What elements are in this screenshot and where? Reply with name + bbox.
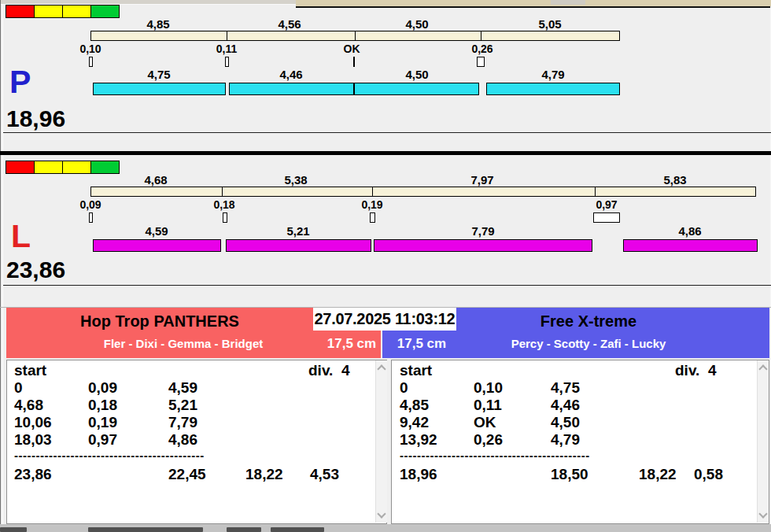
p-total-time: 18,96	[6, 107, 65, 131]
lane-letter-l: L	[11, 220, 31, 253]
l-crossing-tick	[223, 212, 227, 223]
start-lights-p	[6, 5, 120, 18]
l-crossing-tick	[89, 212, 93, 223]
p-dog-bar	[229, 83, 354, 95]
table-cell: 7,79	[168, 415, 197, 430]
bottom-clipped-text	[0, 527, 27, 532]
p-split-label: 5,05	[515, 18, 585, 30]
l-split-divider	[595, 187, 596, 197]
right-table-start-header: start	[400, 363, 432, 378]
table-cell: 4,86	[168, 432, 197, 447]
p-crossing-tick-ok	[353, 57, 355, 67]
light-yellow1-icon	[34, 161, 63, 174]
p-dog-bar	[93, 83, 226, 95]
table-cell: 0	[14, 380, 23, 395]
bottom-clipped-text	[271, 527, 324, 532]
p-underline	[3, 132, 771, 133]
l-split-label: 7,97	[447, 174, 518, 186]
l-dog-bar	[226, 239, 371, 252]
table-cell: 13,92	[400, 432, 437, 447]
table-cell: 4,79	[551, 432, 580, 447]
left-total-best: 18,22	[245, 467, 283, 482]
table-cell: 0	[400, 380, 408, 395]
table-cell: 0,09	[88, 380, 117, 395]
light-yellow2-icon	[62, 5, 91, 18]
table-cell: 0,97	[88, 432, 117, 447]
right-total-time: 18,96	[400, 467, 437, 482]
right-total-best: 18,22	[639, 467, 677, 482]
scroll-down-icon[interactable]	[758, 509, 767, 518]
right-table-division: div. 4	[675, 363, 727, 378]
l-dog-time-label: 4,59	[121, 225, 192, 237]
l-dog-bar	[623, 239, 758, 252]
p-split-divider	[227, 31, 227, 41]
left-team-name: Hop Trop PANTHERS	[6, 313, 313, 329]
l-split-label: 5,83	[640, 174, 710, 186]
table-cell: 4,59	[168, 380, 197, 395]
lane-letter-p: P	[9, 66, 31, 98]
scroll-up-icon[interactable]	[377, 364, 386, 373]
left-jump-height: 17,5 cm	[318, 337, 386, 350]
table-cell: 0,10	[474, 380, 503, 395]
l-split-label: 5,38	[260, 174, 331, 186]
table-cell: OK	[474, 415, 496, 430]
right-team-members: Percy - Scotty - Zafi - Lucky	[439, 338, 738, 349]
l-dog-bar	[374, 239, 592, 252]
p-split-label: 4,50	[382, 18, 452, 30]
table-cell: 9,42	[400, 415, 429, 430]
left-total-diff: 4,53	[310, 467, 339, 482]
scroll-up-icon[interactable]	[758, 364, 767, 373]
table-cell: 4,46	[551, 397, 580, 412]
left-table-separator: ----------------------------------------…	[14, 449, 205, 461]
lane-divider	[0, 151, 771, 155]
p-dog-time-label: 4,79	[518, 68, 588, 80]
l-underline	[3, 285, 771, 286]
p-crossing-label: 0,26	[455, 43, 510, 54]
scroll-down-icon[interactable]	[377, 509, 386, 518]
table-cell: 10,06	[14, 415, 52, 430]
light-yellow2-icon	[62, 161, 91, 174]
p-crossing-label: OK	[324, 43, 379, 54]
window-border-left-highlight	[2, 4, 3, 524]
left-team-members: Fler - Dixi - Gemma - Bridget	[6, 338, 360, 349]
p-crossing-label: 0,10	[63, 43, 118, 54]
results-listbox-right[interactable]	[391, 360, 769, 524]
datetime-text: 27.07.2025 11:03:12	[315, 310, 456, 328]
right-team-name: Free X-treme	[439, 313, 738, 329]
left-table-start-header: start	[14, 363, 46, 378]
l-total-time: 23,86	[6, 258, 65, 282]
l-crossing-tick	[370, 212, 375, 223]
p-dog-time-label: 4,75	[124, 68, 194, 80]
right-total-clean: 18,50	[551, 467, 588, 482]
light-green-icon	[90, 161, 120, 174]
light-red-icon	[6, 5, 35, 18]
table-cell: 0,11	[474, 397, 502, 412]
p-split-label: 4,56	[254, 18, 325, 30]
l-split-bar	[90, 187, 756, 197]
bottom-clipped-text	[227, 527, 261, 532]
right-table-scrollbar[interactable]	[757, 360, 769, 523]
table-cell: 0,18	[88, 397, 117, 412]
l-dog-time-label: 4,86	[655, 225, 725, 237]
l-crossing-label: 0,18	[197, 199, 252, 210]
table-cell: 4,50	[551, 415, 580, 430]
left-table-scrollbar[interactable]	[375, 360, 387, 523]
p-split-divider	[481, 31, 481, 41]
p-dog-bar	[486, 83, 620, 95]
l-crossing-label: 0,97	[579, 199, 634, 210]
light-yellow1-icon	[34, 5, 63, 18]
table-cell: 4,85	[400, 397, 429, 412]
top-window-edge-right	[296, 0, 771, 8]
p-crossing-tick	[225, 57, 229, 67]
p-dog-bar	[354, 83, 479, 95]
left-total-clean: 22,45	[168, 467, 206, 482]
right-table-separator: ----------------------------------------…	[400, 449, 590, 461]
p-split-label: 4,85	[123, 18, 194, 30]
left-total-time: 23,86	[14, 467, 52, 482]
left-table-division: div. 4	[308, 363, 360, 378]
l-dog-time-label: 7,79	[448, 225, 518, 237]
top-window-tab	[551, 0, 585, 5]
datetime-display: 27.07.2025 11:03:12	[313, 308, 456, 331]
right-total-diff: 0,58	[694, 467, 723, 482]
p-crossing-tick	[89, 57, 93, 67]
